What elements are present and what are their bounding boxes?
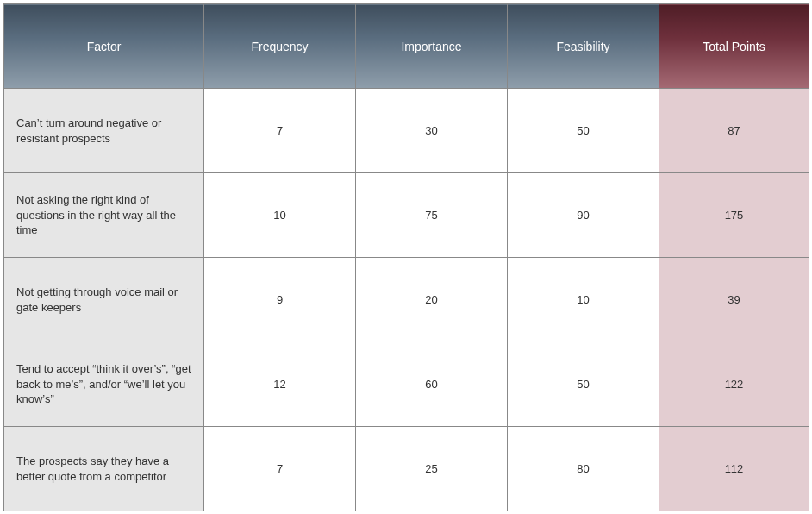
table-header-row: Factor Frequency Importance Feasibility … — [4, 4, 809, 89]
cell-importance: 30 — [356, 89, 508, 173]
cell-total: 122 — [659, 342, 809, 427]
cell-feasibility: 50 — [508, 342, 659, 427]
cell-factor: The prospects say they have a better quo… — [4, 427, 204, 511]
cell-factor: Can’t turn around negative or resistant … — [4, 89, 204, 173]
cell-frequency: 7 — [204, 89, 356, 173]
cell-total: 39 — [659, 258, 809, 342]
col-header-factor: Factor — [4, 4, 204, 89]
table-row: Not getting through voice mail or gate k… — [4, 258, 809, 342]
col-header-feasibility: Feasibility — [508, 4, 659, 89]
cell-feasibility: 80 — [508, 427, 659, 511]
cell-factor: Not getting through voice mail or gate k… — [4, 258, 204, 342]
cell-frequency: 10 — [204, 173, 356, 258]
cell-feasibility: 50 — [508, 89, 659, 173]
table-row: Tend to accept “think it over’s”, “get b… — [4, 342, 809, 427]
table-row: Not asking the right kind of questions i… — [4, 173, 809, 258]
cell-frequency: 7 — [204, 427, 356, 511]
cell-frequency: 12 — [204, 342, 356, 427]
col-header-total: Total Points — [659, 4, 809, 89]
cell-feasibility: 90 — [508, 173, 659, 258]
table-row: The prospects say they have a better quo… — [4, 427, 809, 511]
prioritization-table: Factor Frequency Importance Feasibility … — [3, 3, 809, 511]
cell-total: 87 — [659, 89, 809, 173]
col-header-importance: Importance — [356, 4, 508, 89]
cell-frequency: 9 — [204, 258, 356, 342]
cell-total: 175 — [659, 173, 809, 258]
col-header-frequency: Frequency — [204, 4, 356, 89]
cell-factor: Not asking the right kind of questions i… — [4, 173, 204, 258]
cell-feasibility: 10 — [508, 258, 659, 342]
cell-importance: 20 — [356, 258, 508, 342]
table-row: Can’t turn around negative or resistant … — [4, 89, 809, 173]
cell-importance: 25 — [356, 427, 508, 511]
cell-importance: 75 — [356, 173, 508, 258]
cell-importance: 60 — [356, 342, 508, 427]
cell-factor: Tend to accept “think it over’s”, “get b… — [4, 342, 204, 427]
cell-total: 112 — [659, 427, 809, 511]
